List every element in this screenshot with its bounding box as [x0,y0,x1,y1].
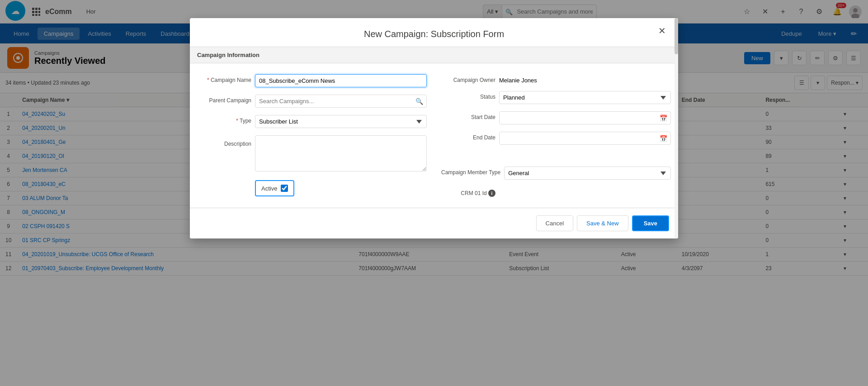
description-group: Description [190,132,434,176]
parent-campaign-group: Parent Campaign 🔍 [190,91,434,111]
end-date-input[interactable] [499,132,671,145]
campaign-member-type-label: Campaign Member Type [441,167,500,176]
modal-scrollbar[interactable] [675,18,678,238]
modal-scrollbar-thumb [675,18,678,54]
modal-title: New Campaign: Subscription Form [201,29,667,39]
crm-id-group: CRM 01 Id i [434,183,678,200]
section-header: Campaign Information [190,47,678,63]
modal-footer: Cancel Save & New Save [190,208,678,238]
description-label: Description [197,138,251,147]
end-date-group: End Date 📅 [434,128,678,148]
campaign-name-input[interactable] [255,74,427,87]
parent-campaign-label: Parent Campaign [197,95,251,104]
modal-body: Campaign Information Campaign Name Paren… [190,47,678,208]
parent-campaign-wrapper: 🔍 [255,95,427,108]
modal-close-button[interactable]: ✕ [655,24,669,38]
end-date-wrapper: 📅 [499,132,671,145]
status-group: Status Planned In Progress Completed Abo… [434,87,678,108]
type-select[interactable]: Subscriber List Email Event Event Webina… [255,115,427,128]
start-date-input[interactable] [499,111,671,124]
campaign-name-wrapper [255,74,427,87]
type-label: Type [197,115,251,124]
description-textarea[interactable] [255,135,427,172]
cancel-button[interactable]: Cancel [536,215,573,231]
campaign-member-type-select[interactable]: General Student Alumni [504,167,671,180]
parent-campaign-input[interactable] [255,95,427,108]
active-checkbox-wrapper: Active [255,180,294,196]
active-group: Active [190,176,434,200]
campaign-owner-label: Campaign Owner [441,74,495,83]
modal-dialog: ✕ New Campaign: Subscription Form Campai… [190,18,678,238]
campaign-name-group: Campaign Name [190,71,434,91]
save-new-button[interactable]: Save & New [577,215,628,231]
form-left-col: Campaign Name Parent Campaign 🔍 [190,71,434,200]
start-date-calendar-icon[interactable]: 📅 [660,114,667,122]
campaign-member-type-wrapper: General Student Alumni [504,167,671,180]
campaign-member-type-group: Campaign Member Type General Student Alu… [434,163,678,183]
start-date-wrapper: 📅 [499,111,671,124]
type-group: Type Subscriber List Email Event Event W… [190,111,434,132]
type-wrapper: Subscriber List Email Event Event Webina… [255,115,427,128]
start-date-group: Start Date 📅 [434,108,678,128]
status-select[interactable]: Planned In Progress Completed Aborted [499,91,671,104]
save-button[interactable]: Save [632,215,669,231]
crm-id-info-icon[interactable]: i [488,190,495,197]
campaign-owner-value: Melanie Jones [499,74,537,84]
end-date-calendar-icon[interactable]: 📅 [660,135,667,142]
crm-id-label: CRM 01 Id i [441,187,495,197]
campaign-name-label: Campaign Name [197,74,251,83]
start-date-label: Start Date [441,111,495,120]
active-checkbox[interactable] [281,185,288,192]
active-label: Active [261,185,277,192]
status-label: Status [441,91,495,100]
campaign-owner-group: Campaign Owner Melanie Jones [434,71,678,87]
end-date-label: End Date [441,132,495,141]
modal-overlay[interactable]: ✕ New Campaign: Subscription Form Campai… [0,0,868,386]
active-spacer [197,180,251,183]
parent-campaign-search-icon: 🔍 [415,98,423,105]
modal-header: New Campaign: Subscription Form [190,18,678,47]
description-wrapper [255,135,427,173]
status-wrapper: Planned In Progress Completed Aborted [499,91,671,104]
form-right-col: Campaign Owner Melanie Jones Status Plan… [434,71,678,200]
